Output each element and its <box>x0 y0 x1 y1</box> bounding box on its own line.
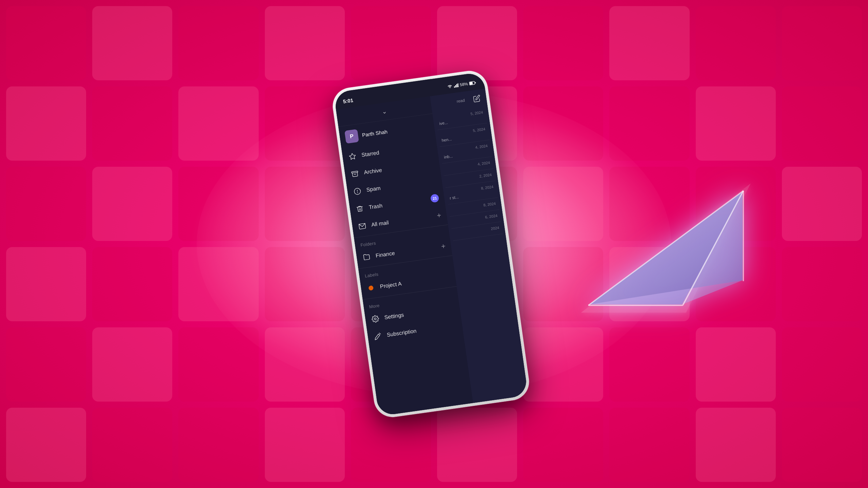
svg-line-10 <box>357 190 358 191</box>
svg-line-9 <box>354 174 356 175</box>
mimestream-logo <box>556 159 760 329</box>
tile <box>609 6 689 80</box>
tile <box>523 408 603 482</box>
user-name: Parth Shah <box>362 128 388 138</box>
email-date: 2, 2024 <box>447 172 492 183</box>
tile <box>265 408 345 482</box>
svg-rect-0 <box>454 86 455 88</box>
status-time: 5:01 <box>342 97 353 104</box>
tile <box>609 86 689 161</box>
battery-icon <box>469 81 476 86</box>
tile <box>6 6 86 80</box>
phone-notch <box>402 85 416 92</box>
svg-point-13 <box>374 318 376 320</box>
subscription-icon <box>373 331 383 341</box>
tile <box>437 6 517 80</box>
tile <box>6 327 86 402</box>
status-icons: 58% <box>447 80 476 89</box>
finance-label: Finance <box>375 244 437 259</box>
tile <box>696 6 776 80</box>
chevron-down-icon[interactable]: ⌄ <box>381 107 387 116</box>
avatar: P <box>344 129 359 144</box>
label-dot-icon <box>366 283 376 293</box>
email-date: 6, 2024 <box>453 214 497 224</box>
trash-label: Trash <box>369 197 427 210</box>
svg-marker-7 <box>349 153 356 160</box>
project-a-label: Project A <box>380 274 450 290</box>
tile <box>178 327 258 402</box>
tile <box>351 6 431 80</box>
svg-rect-2 <box>456 84 458 87</box>
signal-icon <box>454 83 459 88</box>
tile <box>92 167 172 241</box>
tile <box>696 86 776 161</box>
svg-rect-8 <box>352 171 358 173</box>
tile <box>178 6 258 80</box>
svg-rect-6 <box>475 82 476 83</box>
tile <box>437 408 517 482</box>
tile <box>265 6 345 80</box>
tile <box>782 86 862 161</box>
tile <box>782 327 862 402</box>
tile <box>178 408 258 482</box>
tile <box>782 247 862 321</box>
tile <box>92 6 172 80</box>
tile <box>92 247 172 321</box>
svg-line-14 <box>379 333 380 334</box>
email-date: 8, 2024 <box>451 201 496 211</box>
svg-rect-3 <box>457 83 459 87</box>
svg-rect-5 <box>469 82 473 85</box>
tile <box>782 408 862 482</box>
tile <box>523 6 603 80</box>
tile <box>178 86 258 161</box>
tile <box>696 327 776 402</box>
svg-rect-1 <box>455 85 456 87</box>
allmail-icon <box>357 221 367 231</box>
trash-icon <box>355 204 365 214</box>
tile <box>92 86 172 161</box>
settings-icon <box>370 314 380 324</box>
tile <box>609 408 689 482</box>
subscription-label: Subscription <box>387 322 457 338</box>
compose-button[interactable] <box>471 93 483 105</box>
tile <box>6 247 86 321</box>
tile <box>92 408 172 482</box>
email-date: 4, 2024 <box>445 160 490 170</box>
allmail-label: All mail <box>371 214 433 228</box>
spam-icon <box>352 186 362 196</box>
wifi-icon <box>447 84 453 89</box>
tile <box>609 327 689 402</box>
unread-label: read <box>435 97 467 108</box>
tile <box>351 408 431 482</box>
tile <box>782 6 862 80</box>
folder-icon <box>362 252 372 262</box>
tile <box>6 167 86 241</box>
trash-badge: 21 <box>430 194 439 203</box>
battery-percentage: 58% <box>459 81 468 87</box>
tile <box>782 167 862 241</box>
tile <box>92 327 172 402</box>
add-folder-icon[interactable]: + <box>436 211 442 220</box>
tile <box>6 86 86 161</box>
email-date: 2024 <box>454 226 499 236</box>
add-label-icon[interactable]: + <box>441 242 446 250</box>
archive-icon <box>350 169 360 179</box>
tile <box>6 408 86 482</box>
star-icon <box>348 151 357 161</box>
tile <box>696 408 776 482</box>
